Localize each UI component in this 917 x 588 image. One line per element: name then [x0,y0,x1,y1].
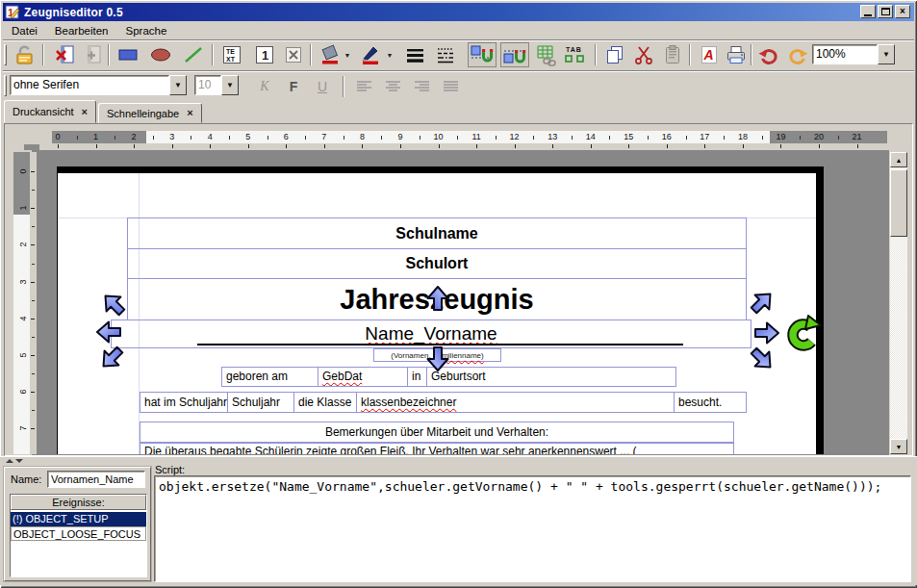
field-bemerkungen-header[interactable]: Bemerkungen über Mitarbeit und Verhalten… [140,422,734,443]
align-center-button[interactable] [381,74,406,99]
move-handle-right-icon[interactable] [752,319,781,347]
ruler-label: 12 [505,132,524,141]
toolbar-grip[interactable] [4,75,7,96]
field-geboren-label[interactable]: geboren am [221,367,318,387]
fill-color-button[interactable] [318,42,343,67]
field-schulort[interactable]: Schulort [127,248,747,279]
script-editor[interactable]: objekt.ersetze("Name_Vorname",schueler.g… [154,475,911,582]
add-page-button[interactable] [79,42,104,67]
grid-settings-button[interactable] [533,42,558,67]
insert-textbox-button[interactable]: TE XT [219,42,244,67]
title-bar[interactable]: 1 Zeugniseditor 0.5 × [3,3,914,21]
horizontal-ruler: 0123456789101112131415161718192021 [38,131,887,150]
font-select[interactable]: ohne Serifen [10,75,169,95]
scroll-down-button[interactable]: ▼ [890,439,907,454]
object-name-input[interactable] [47,471,145,488]
fill-color-dropdown[interactable]: ▼ [341,42,354,67]
delete-page-button[interactable] [52,42,77,67]
panel-splitter[interactable] [0,456,917,464]
menu-sprache[interactable]: Sprache [116,23,175,38]
move-handle-up-icon[interactable] [423,284,452,313]
svg-text:A: A [703,47,714,63]
italic-button[interactable]: K [252,74,277,99]
event-item-object-loose-focus[interactable]: OBJECT_LOOSE_FOCUS [11,526,146,541]
field-geburtsort[interactable]: Geburtsort [426,367,676,387]
events-listbox: Ereignisse: (!) OBJECT_SETUP OBJECT_LOOS… [10,494,147,577]
tab-close-icon[interactable]: × [187,108,192,118]
rotate-handle-icon[interactable] [785,313,824,353]
line-color-button[interactable] [358,42,383,67]
events-header: Ereignisse: [11,495,146,510]
ruler-tick [31,282,35,283]
font-size-select[interactable]: 10 [194,75,221,95]
move-handle-left-icon[interactable] [94,318,123,346]
move-handle-down-right-icon[interactable] [748,345,777,373]
font-size-dropdown[interactable]: ▼ [221,75,239,95]
field-bemerkungen-text[interactable]: Die überaus begabte Schülerin zeigte gro… [140,443,734,454]
tab-druckansicht[interactable]: Druckansicht × [4,100,96,123]
export-pdf-button[interactable]: A [697,42,722,67]
close-button[interactable]: × [895,5,910,18]
menu-datei[interactable]: Datei [3,23,46,38]
align-left-button[interactable] [352,74,377,99]
cut-button[interactable] [631,42,656,67]
underline-button[interactable]: U [310,74,335,99]
tab-schnelleingabe[interactable]: Schnelleingabe × [98,103,202,123]
tab-close-icon[interactable]: × [82,107,88,117]
line-style-button[interactable] [433,42,458,67]
separator [42,44,44,65]
minimize-button[interactable] [860,5,876,18]
vertical-scrollbar[interactable]: ▲ ▼ [890,152,907,454]
move-handle-up-right-icon[interactable] [748,288,777,317]
event-item-object-setup[interactable]: (!) OBJECT_SETUP [11,512,146,526]
snap-to-guides-toggle[interactable] [468,42,497,67]
ruler-tick [286,144,287,148]
font-dropdown[interactable]: ▼ [169,75,187,95]
undo-button[interactable] [756,42,781,67]
line-width-button[interactable] [402,42,427,67]
field-schuljahr-label[interactable]: hat im Schuljahr [140,392,228,413]
line-color-dropdown[interactable]: ▼ [383,42,396,67]
scrollbar-thumb[interactable] [890,169,907,237]
zoom-select[interactable]: 100% [812,44,878,64]
ruler-tick [476,144,477,148]
unlock-button[interactable] [12,42,37,67]
print-button[interactable] [724,42,749,67]
ellipse-icon [149,43,172,66]
zoom-dropdown[interactable]: ▼ [878,44,895,64]
splitter-up-icon[interactable] [6,459,13,463]
splitter-down-icon[interactable] [15,459,23,463]
ruler-half-tick [115,136,115,140]
menu-bearbeiten[interactable]: Bearbeiten [46,23,117,38]
insert-number-button[interactable]: 1 [252,42,277,67]
field-schulname[interactable]: Schulname [127,217,747,249]
field-gebdat[interactable]: GebDat [318,367,408,387]
paste-button[interactable] [660,42,685,67]
field-klassenbezeichner[interactable]: klassenbezeichner [356,392,675,413]
bold-button[interactable]: F [281,74,306,99]
draw-ellipse-button[interactable] [148,42,173,67]
maximize-button[interactable] [878,5,893,18]
move-handle-up-left-icon[interactable] [99,290,128,319]
draw-line-button[interactable] [181,42,206,67]
field-besucht[interactable]: besucht. [674,392,747,413]
pdf-icon: A [698,43,721,66]
snap-to-grid-toggle[interactable] [500,42,529,67]
delete-object-button[interactable] [281,42,306,67]
main-toolbar: TE XT 1 ▼ [0,42,917,69]
redo-button[interactable] [785,42,810,67]
document-canvas: 0123456789101112131415161718192021 01234… [4,123,913,456]
move-handle-down-icon[interactable] [423,345,452,373]
field-klasse-label[interactable]: die Klasse [293,392,357,413]
scroll-up-button[interactable]: ▲ [890,152,907,167]
align-right-button[interactable] [410,74,435,99]
toolbar-grip[interactable] [4,44,7,65]
tab-stops-button[interactable]: TAB [562,42,587,67]
copy-button[interactable] [602,42,627,67]
draw-rectangle-button[interactable] [115,42,140,67]
italic-icon: K [260,79,268,94]
align-justify-button[interactable] [439,74,464,99]
field-schuljahr[interactable]: Schuljahr [227,392,294,413]
view-tabbar: Druckansicht × Schnelleingabe × [3,99,914,123]
move-handle-down-left-icon[interactable] [97,344,126,372]
